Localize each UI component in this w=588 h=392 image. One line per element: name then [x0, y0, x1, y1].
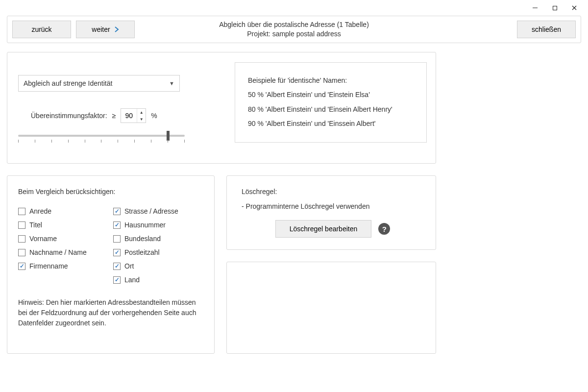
checkbox-label-firmenname: Firmenname [29, 262, 68, 270]
checkbox-hausnummer[interactable] [113, 221, 121, 229]
close-button-label: schließen [532, 25, 561, 33]
top-bar: zurück weiter Abgleich über die postalis… [7, 16, 581, 43]
factor-slider[interactable] [18, 135, 185, 143]
back-button[interactable]: zurück [12, 21, 71, 38]
close-button[interactable]: schließen [517, 21, 576, 38]
checkbox-nachname[interactable] [18, 249, 25, 256]
examples-heading: Beispiele für 'identische' Namen: [248, 74, 414, 88]
fields-heading: Beim Vergleich berücksichtigen: [18, 188, 203, 196]
check-item-vorname[interactable]: Vorname [18, 235, 108, 243]
check-item-hausnummer[interactable]: Hausnummer [113, 221, 203, 229]
match-mode-select[interactable]: Abgleich auf strenge Identität ▼ [18, 75, 180, 92]
factor-operator: ≥ [112, 112, 116, 120]
stepper-down-icon[interactable]: ▼ [137, 116, 146, 122]
check-item-anrede[interactable]: Anrede [18, 207, 108, 215]
check-item-ort[interactable]: Ort [113, 262, 203, 270]
checkbox-label-titel: Titel [29, 221, 42, 229]
window-maximize-button[interactable] [545, 1, 564, 15]
empty-panel [226, 262, 436, 354]
examples-panel: Beispiele für 'identische' Namen: 50 % '… [235, 62, 427, 143]
check-item-nachname[interactable]: Nachname / Name [18, 248, 108, 256]
example-line: 90 % 'Albert Einstein' und 'Einssein Alb… [248, 117, 414, 131]
check-item-land[interactable]: Land [113, 276, 203, 284]
edit-delete-rule-label: Löschregel bearbeiten [290, 225, 358, 233]
back-button-label: zurück [31, 25, 51, 33]
delete-rule-label: Löschregel: [242, 188, 424, 196]
factor-input[interactable] [121, 109, 137, 122]
factor-unit: % [151, 112, 157, 120]
match-settings-panel: Abgleich auf strenge Identität ▼ Überein… [7, 52, 436, 164]
check-item-strasse[interactable]: Strasse / Adresse [113, 207, 203, 215]
checkbox-label-strasse: Strasse / Adresse [124, 207, 178, 215]
slider-thumb[interactable] [167, 131, 170, 141]
match-mode-label: Abgleich auf strenge Identität [24, 79, 112, 87]
checkbox-land[interactable] [113, 276, 121, 284]
check-item-titel[interactable]: Titel [18, 221, 108, 229]
checkbox-firmenname[interactable] [18, 263, 25, 270]
check-item-plz[interactable]: Postleitzahl [113, 248, 203, 256]
chevron-right-icon [114, 26, 119, 32]
delete-rule-panel: Löschregel: - Programminterne Löschregel… [226, 175, 436, 250]
checkbox-label-plz: Postleitzahl [124, 248, 160, 256]
checkbox-titel[interactable] [18, 221, 25, 229]
checkbox-label-hausnummer: Hausnummer [124, 221, 166, 229]
checkbox-plz[interactable] [113, 249, 121, 256]
edit-delete-rule-button[interactable]: Löschregel bearbeiten [275, 220, 372, 238]
fields-hint: Hinweis: Den hier markierten Adressbesta… [18, 297, 203, 328]
window-controls [0, 0, 588, 16]
checkbox-vorname[interactable] [18, 235, 25, 243]
svg-rect-1 [553, 6, 557, 10]
check-item-firmenname[interactable]: Firmenname [18, 262, 108, 270]
help-icon[interactable]: ? [378, 223, 390, 235]
checkbox-label-vorname: Vorname [29, 235, 57, 243]
checkbox-label-bundesland: Bundesland [124, 235, 161, 243]
stepper-up-icon[interactable]: ▲ [137, 109, 146, 116]
checkbox-label-nachname: Nachname / Name [29, 248, 87, 256]
example-line: 50 % 'Albert Einstein' und 'Einstein Els… [248, 88, 414, 102]
caret-down-icon: ▼ [169, 80, 174, 86]
checkbox-strasse[interactable] [113, 208, 121, 215]
next-button[interactable]: weiter [76, 21, 135, 38]
checkbox-label-ort: Ort [124, 262, 134, 270]
slider-ticks [18, 140, 185, 143]
window-close-button[interactable] [564, 1, 584, 15]
checkbox-ort[interactable] [113, 263, 121, 270]
fields-panel: Beim Vergleich berücksichtigen: AnredeSt… [7, 175, 215, 354]
checkbox-label-anrede: Anrede [29, 207, 51, 215]
factor-stepper[interactable]: ▲ ▼ [121, 108, 146, 123]
checkbox-label-land: Land [124, 276, 140, 284]
checkbox-anrede[interactable] [18, 208, 25, 215]
example-line: 80 % 'Albert Einstein' und 'Einsein Albe… [248, 102, 414, 117]
next-button-label: weiter [92, 25, 110, 33]
checkbox-bundesland[interactable] [113, 235, 121, 243]
delete-rule-text: - Programminterne Löschregel verwenden [242, 202, 424, 210]
check-item-bundesland[interactable]: Bundesland [113, 235, 203, 243]
factor-label: Übereinstimmungsfaktor: [31, 112, 107, 120]
window-minimize-button[interactable] [525, 1, 545, 15]
